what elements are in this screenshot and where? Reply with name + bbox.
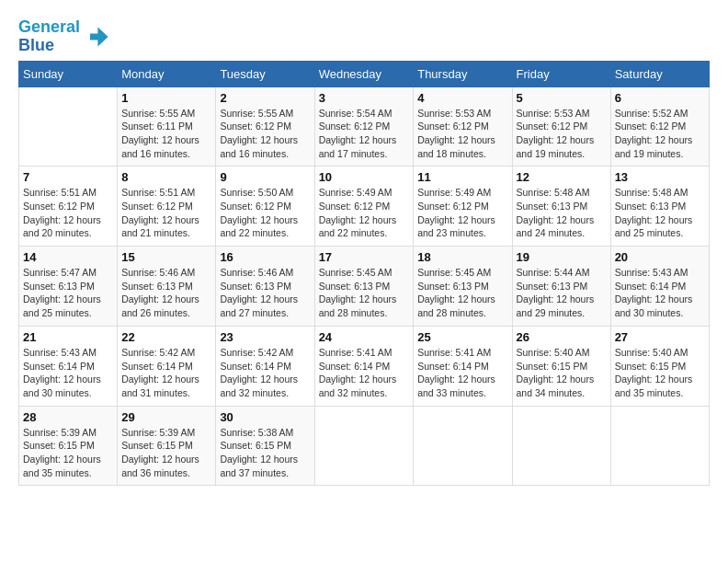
day-number: 13	[615, 170, 705, 184]
week-row-1: 1Sunrise: 5:55 AM Sunset: 6:11 PM Daylig…	[19, 86, 710, 167]
header-wednesday: Wednesday	[314, 61, 414, 86]
day-info: Sunrise: 5:40 AM Sunset: 6:15 PM Dayligh…	[517, 346, 607, 400]
day-info: Sunrise: 5:44 AM Sunset: 6:13 PM Dayligh…	[517, 266, 607, 320]
day-info: Sunrise: 5:52 AM Sunset: 6:12 PM Dayligh…	[615, 107, 705, 161]
day-number: 5	[517, 91, 607, 105]
day-number: 28	[23, 410, 113, 424]
logo: GeneralBlue	[18, 18, 109, 55]
week-row-3: 14Sunrise: 5:47 AM Sunset: 6:13 PM Dayli…	[19, 247, 710, 327]
day-cell: 7Sunrise: 5:51 AM Sunset: 6:12 PM Daylig…	[19, 167, 118, 247]
day-cell	[314, 406, 414, 486]
day-number: 22	[121, 330, 211, 344]
day-info: Sunrise: 5:47 AM Sunset: 6:13 PM Dayligh…	[23, 266, 113, 320]
day-cell: 18Sunrise: 5:45 AM Sunset: 6:13 PM Dayli…	[414, 247, 512, 327]
header-sunday: Sunday	[19, 61, 118, 86]
day-cell: 3Sunrise: 5:54 AM Sunset: 6:12 PM Daylig…	[314, 86, 414, 167]
day-info: Sunrise: 5:42 AM Sunset: 6:14 PM Dayligh…	[121, 346, 211, 400]
day-info: Sunrise: 5:40 AM Sunset: 6:15 PM Dayligh…	[615, 346, 705, 400]
day-cell: 5Sunrise: 5:53 AM Sunset: 6:12 PM Daylig…	[512, 86, 610, 167]
day-cell: 23Sunrise: 5:42 AM Sunset: 6:14 PM Dayli…	[216, 326, 314, 406]
day-info: Sunrise: 5:46 AM Sunset: 6:13 PM Dayligh…	[121, 266, 211, 320]
day-number: 11	[417, 170, 507, 184]
day-info: Sunrise: 5:48 AM Sunset: 6:13 PM Dayligh…	[517, 186, 607, 240]
day-info: Sunrise: 5:41 AM Sunset: 6:14 PM Dayligh…	[417, 346, 507, 400]
logo-text: GeneralBlue	[18, 18, 80, 55]
day-cell: 8Sunrise: 5:51 AM Sunset: 6:12 PM Daylig…	[118, 167, 216, 247]
day-cell: 14Sunrise: 5:47 AM Sunset: 6:13 PM Dayli…	[19, 247, 118, 327]
day-cell: 6Sunrise: 5:52 AM Sunset: 6:12 PM Daylig…	[610, 86, 709, 167]
day-number: 16	[220, 250, 310, 264]
day-number: 26	[517, 330, 607, 344]
day-info: Sunrise: 5:39 AM Sunset: 6:15 PM Dayligh…	[121, 426, 211, 480]
day-cell: 25Sunrise: 5:41 AM Sunset: 6:14 PM Dayli…	[414, 326, 512, 406]
day-info: Sunrise: 5:51 AM Sunset: 6:12 PM Dayligh…	[121, 186, 211, 240]
day-info: Sunrise: 5:55 AM Sunset: 6:12 PM Dayligh…	[220, 107, 310, 161]
day-cell: 29Sunrise: 5:39 AM Sunset: 6:15 PM Dayli…	[118, 406, 216, 486]
day-info: Sunrise: 5:45 AM Sunset: 6:13 PM Dayligh…	[319, 266, 410, 320]
day-cell: 24Sunrise: 5:41 AM Sunset: 6:14 PM Dayli…	[314, 326, 414, 406]
day-info: Sunrise: 5:42 AM Sunset: 6:14 PM Dayligh…	[220, 346, 310, 400]
day-number: 1	[121, 91, 211, 105]
day-info: Sunrise: 5:38 AM Sunset: 6:15 PM Dayligh…	[220, 426, 310, 480]
day-info: Sunrise: 5:46 AM Sunset: 6:13 PM Dayligh…	[220, 266, 310, 320]
header-tuesday: Tuesday	[216, 61, 314, 86]
day-cell	[610, 406, 709, 486]
header-thursday: Thursday	[414, 61, 512, 86]
day-cell: 27Sunrise: 5:40 AM Sunset: 6:15 PM Dayli…	[610, 326, 709, 406]
svg-marker-0	[90, 27, 108, 46]
day-number: 2	[220, 91, 310, 105]
day-info: Sunrise: 5:49 AM Sunset: 6:12 PM Dayligh…	[417, 186, 507, 240]
day-cell: 10Sunrise: 5:49 AM Sunset: 6:12 PM Dayli…	[314, 167, 414, 247]
day-info: Sunrise: 5:45 AM Sunset: 6:13 PM Dayligh…	[417, 266, 507, 320]
day-number: 9	[220, 170, 310, 184]
day-number: 17	[319, 250, 410, 264]
day-info: Sunrise: 5:41 AM Sunset: 6:14 PM Dayligh…	[319, 346, 410, 400]
day-info: Sunrise: 5:53 AM Sunset: 6:12 PM Dayligh…	[517, 107, 607, 161]
day-info: Sunrise: 5:48 AM Sunset: 6:13 PM Dayligh…	[615, 186, 705, 240]
day-cell: 1Sunrise: 5:55 AM Sunset: 6:11 PM Daylig…	[118, 86, 216, 167]
week-row-4: 21Sunrise: 5:43 AM Sunset: 6:14 PM Dayli…	[19, 326, 710, 406]
day-number: 30	[220, 410, 310, 424]
day-cell: 19Sunrise: 5:44 AM Sunset: 6:13 PM Dayli…	[512, 247, 610, 327]
day-cell: 28Sunrise: 5:39 AM Sunset: 6:15 PM Dayli…	[19, 406, 118, 486]
day-cell	[19, 86, 118, 167]
day-number: 14	[23, 250, 113, 264]
day-number: 25	[417, 330, 507, 344]
day-cell: 22Sunrise: 5:42 AM Sunset: 6:14 PM Dayli…	[118, 326, 216, 406]
day-cell: 9Sunrise: 5:50 AM Sunset: 6:12 PM Daylig…	[216, 167, 314, 247]
day-cell: 16Sunrise: 5:46 AM Sunset: 6:13 PM Dayli…	[216, 247, 314, 327]
day-cell: 13Sunrise: 5:48 AM Sunset: 6:13 PM Dayli…	[610, 167, 709, 247]
day-number: 24	[319, 330, 410, 344]
week-row-2: 7Sunrise: 5:51 AM Sunset: 6:12 PM Daylig…	[19, 167, 710, 247]
day-info: Sunrise: 5:53 AM Sunset: 6:12 PM Dayligh…	[417, 107, 507, 161]
day-number: 12	[517, 170, 607, 184]
day-number: 21	[23, 330, 113, 344]
day-cell: 12Sunrise: 5:48 AM Sunset: 6:13 PM Dayli…	[512, 167, 610, 247]
day-number: 7	[23, 170, 113, 184]
day-info: Sunrise: 5:49 AM Sunset: 6:12 PM Dayligh…	[319, 186, 410, 240]
header-friday: Friday	[512, 61, 610, 86]
page-header: GeneralBlue	[18, 18, 710, 55]
calendar-header-row: SundayMondayTuesdayWednesdayThursdayFrid…	[19, 61, 710, 86]
header-monday: Monday	[118, 61, 216, 86]
day-info: Sunrise: 5:55 AM Sunset: 6:11 PM Dayligh…	[121, 107, 211, 161]
day-info: Sunrise: 5:51 AM Sunset: 6:12 PM Dayligh…	[23, 186, 113, 240]
day-number: 27	[615, 330, 705, 344]
day-cell: 17Sunrise: 5:45 AM Sunset: 6:13 PM Dayli…	[314, 247, 414, 327]
day-cell: 2Sunrise: 5:55 AM Sunset: 6:12 PM Daylig…	[216, 86, 314, 167]
day-cell: 20Sunrise: 5:43 AM Sunset: 6:14 PM Dayli…	[610, 247, 709, 327]
day-cell: 11Sunrise: 5:49 AM Sunset: 6:12 PM Dayli…	[414, 167, 512, 247]
day-info: Sunrise: 5:43 AM Sunset: 6:14 PM Dayligh…	[615, 266, 705, 320]
week-row-5: 28Sunrise: 5:39 AM Sunset: 6:15 PM Dayli…	[19, 406, 710, 486]
day-cell: 15Sunrise: 5:46 AM Sunset: 6:13 PM Dayli…	[118, 247, 216, 327]
header-saturday: Saturday	[610, 61, 709, 86]
logo-icon	[84, 24, 109, 50]
day-info: Sunrise: 5:43 AM Sunset: 6:14 PM Dayligh…	[23, 346, 113, 400]
day-number: 8	[121, 170, 211, 184]
day-number: 6	[615, 91, 705, 105]
day-number: 18	[417, 250, 507, 264]
day-cell: 4Sunrise: 5:53 AM Sunset: 6:12 PM Daylig…	[414, 86, 512, 167]
day-number: 23	[220, 330, 310, 344]
day-cell: 21Sunrise: 5:43 AM Sunset: 6:14 PM Dayli…	[19, 326, 118, 406]
day-number: 15	[121, 250, 211, 264]
